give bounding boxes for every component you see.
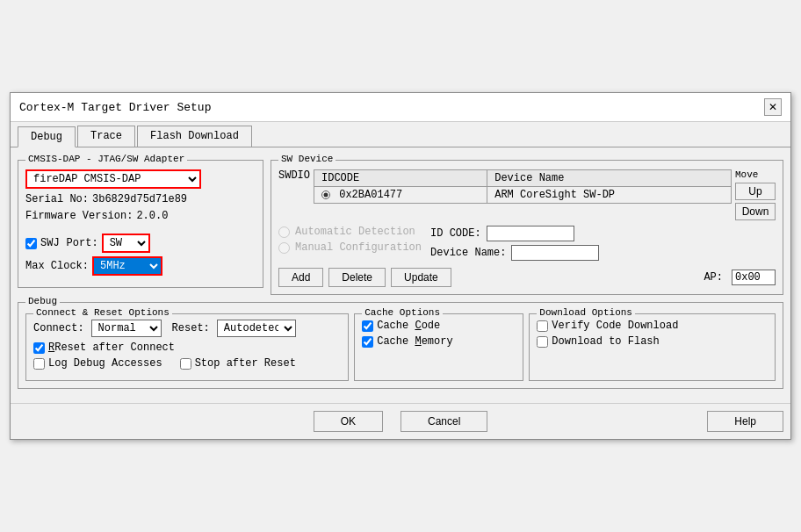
serial-label: Serial No: <box>25 193 89 205</box>
connect-row: Connect: Normal Reset: Autodetect <box>33 320 341 337</box>
device-name-row: Device Name: <box>430 245 599 261</box>
adapter-select[interactable]: fireDAP CMSIS-DAP <box>25 169 201 189</box>
download-group-label: Download Options <box>537 307 635 318</box>
id-code-input[interactable] <box>487 226 574 241</box>
adapter-group: CMSIS-DAP - JTAG/SW Adapter fireDAP CMSI… <box>18 160 263 288</box>
cache-group-label: Cache Options <box>362 307 443 318</box>
reset-after-connect-text: RReset after Connect <box>48 341 175 354</box>
swj-row: SWJ Port: SW <box>25 234 256 253</box>
tab-content: CMSIS-DAP - JTAG/SW Adapter fireDAP CMSI… <box>11 147 790 396</box>
log-debug-checkbox[interactable] <box>33 358 45 370</box>
manual-config-row: Manual Configuration <box>278 241 422 254</box>
id-code-row: ID CODE: <box>430 226 599 241</box>
left-panel: CMSIS-DAP - JTAG/SW Adapter fireDAP CMSI… <box>18 155 263 295</box>
swdio-label: SWDIO <box>278 169 314 182</box>
port-select[interactable]: SW <box>102 234 150 253</box>
cell-idcode: 0x2BA01477 <box>314 187 487 204</box>
port-label: Port: <box>67 237 98 249</box>
reset-after-connect-checkbox[interactable] <box>33 342 45 354</box>
ap-input[interactable] <box>732 270 776 285</box>
cache-group: Cache Options Cache Code Cache Memory <box>354 313 523 381</box>
footer-buttons: OK Cancel Help <box>18 411 783 432</box>
debug-group-label: Debug <box>25 296 60 306</box>
connect-reset-label: Connect & Reset Options <box>33 307 172 318</box>
update-button[interactable]: Update <box>391 268 451 287</box>
action-row: Add Delete Update AP: <box>278 268 776 287</box>
download-row: Download to Flash <box>537 335 768 348</box>
swj-label: SWJ <box>40 237 60 249</box>
footer: OK Cancel Help <box>11 403 790 439</box>
cache-memory-checkbox[interactable] <box>362 336 373 348</box>
title-bar: Cortex-M Target Driver Setup ✕ <box>11 93 790 122</box>
connect-select[interactable]: Normal <box>91 320 162 337</box>
close-button[interactable]: ✕ <box>764 98 782 116</box>
tab-debug[interactable]: Debug <box>18 126 76 147</box>
log-debug-row: Log Debug Accesses <box>33 357 162 370</box>
firmware-label: Firmware Version: <box>25 210 133 222</box>
clock-select[interactable]: 5MHz <box>92 256 162 276</box>
download-group: Download Options Verify Code Download Do… <box>529 313 776 381</box>
ok-button[interactable]: OK <box>314 411 383 432</box>
id-code-label: ID CODE: <box>430 227 481 240</box>
delete-button[interactable]: Delete <box>328 268 386 287</box>
move-down-button[interactable]: Down <box>735 203 776 220</box>
stop-after-reset-row: Stop after Reset <box>180 357 296 370</box>
manual-config-radio[interactable] <box>278 242 290 254</box>
swj-checkbox[interactable] <box>25 238 37 249</box>
stop-after-reset-label: Stop after Reset <box>195 357 296 370</box>
connect-label: Connect: <box>33 322 84 334</box>
move-buttons: Move Up Down <box>735 169 776 220</box>
debug-inner: Connect & Reset Options Connect: Normal … <box>25 308 776 381</box>
footer-right: Help <box>528 411 783 432</box>
verify-checkbox[interactable] <box>537 320 548 332</box>
auto-detect-row: Automatic Detection <box>278 226 422 238</box>
window-title: Cortex-M Target Driver Setup <box>19 101 211 114</box>
center-buttons: OK Cancel <box>273 411 529 432</box>
verify-label: Verify Code Download <box>552 320 678 332</box>
col-device-name: Device Name <box>487 170 732 187</box>
cell-device-name: ARM CoreSight SW-DP <box>487 187 732 204</box>
tab-bar: Debug Trace Flash Download <box>11 122 790 147</box>
firmware-value: 2.0.0 <box>136 210 168 222</box>
download-label: Download to Flash <box>552 335 659 348</box>
adapter-group-label: CMSIS-DAP - JTAG/SW Adapter <box>25 154 187 164</box>
move-up-button[interactable]: Up <box>735 183 776 200</box>
serial-value: 3b6829d75d71e89 <box>92 193 187 205</box>
auto-detect-label: Automatic Detection <box>295 226 415 238</box>
connect-reset-group: Connect & Reset Options Connect: Normal … <box>25 313 349 381</box>
device-name-input[interactable] <box>511 245 599 261</box>
log-debug-label: Log Debug Accesses <box>48 357 162 370</box>
tab-flash-download[interactable]: Flash Download <box>137 126 252 147</box>
cache-memory-row: Cache Memory <box>362 335 516 348</box>
clock-row: Max Clock: 5MHz <box>25 256 256 276</box>
stop-after-reset-checkbox[interactable] <box>180 358 191 370</box>
cancel-button[interactable]: Cancel <box>400 411 487 432</box>
sw-table-container: IDCODE Device Name 0x2BA01477 <box>314 169 732 209</box>
cache-memory-label: Cache Memory <box>377 335 452 348</box>
main-window: Cortex-M Target Driver Setup ✕ Debug Tra… <box>10 92 791 440</box>
sw-device-group: SW Device SWDIO IDCODE Device Name <box>271 160 783 295</box>
manual-config-label: Manual Configuration <box>295 241 422 254</box>
ap-label: AP: <box>704 271 723 284</box>
move-label: Move <box>735 169 776 180</box>
reset-select[interactable]: Autodetect <box>217 320 296 337</box>
help-button[interactable]: Help <box>707 411 783 432</box>
download-checkbox[interactable] <box>537 336 548 348</box>
table-row[interactable]: 0x2BA01477 ARM CoreSight SW-DP <box>314 187 732 204</box>
firmware-row: Firmware Version: 2.0.0 <box>25 210 256 222</box>
col-idcode: IDCODE <box>314 170 487 187</box>
tab-trace[interactable]: Trace <box>77 126 135 147</box>
debug-group: Debug Connect & Reset Options Connect: N… <box>18 302 783 389</box>
reset-after-connect-row: RReset after Connect <box>33 341 341 354</box>
cache-code-checkbox[interactable] <box>362 320 373 332</box>
debug-section: Debug Connect & Reset Options Connect: N… <box>18 302 783 389</box>
add-button[interactable]: Add <box>278 268 323 287</box>
auto-detect-radio[interactable] <box>278 226 290 238</box>
reset-after-connect-label: RReset after Connect <box>48 341 175 354</box>
sw-device-label: SW Device <box>278 154 336 164</box>
detection-options: Automatic Detection Manual Configuration <box>278 226 422 257</box>
sw-device-table: IDCODE Device Name 0x2BA01477 <box>314 169 732 204</box>
device-name-label: Device Name: <box>430 247 506 259</box>
cache-code-label: Cache Code <box>377 320 440 332</box>
reset-label: Reset: <box>172 322 210 334</box>
